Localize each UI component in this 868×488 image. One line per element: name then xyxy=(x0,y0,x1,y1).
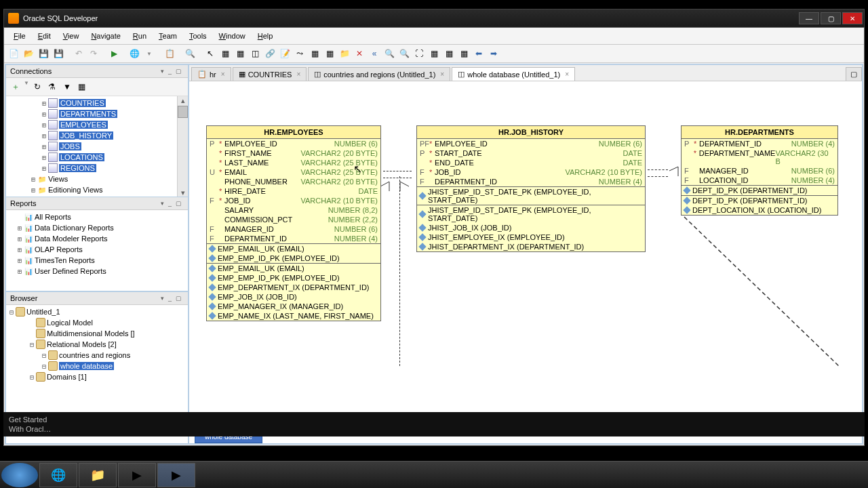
refresh-icon[interactable]: ↻ xyxy=(31,80,44,94)
domain-icon[interactable]: ▦ xyxy=(323,47,336,60)
er-table-employees[interactable]: HR.EMPLOYEESP*EMPLOYEE_IDNUMBER (6)*FIRS… xyxy=(206,125,381,321)
er-table-jobhistory[interactable]: HR.JOB_HISTORYPF*EMPLOYEE_IDNUMBER (6)P*… xyxy=(416,125,646,252)
forward-icon[interactable]: ➡ xyxy=(487,47,500,60)
er-index[interactable]: EMP_NAME_IX (LAST_NAME, FIRST_NAME) xyxy=(207,311,380,321)
browser-relational-models-2-[interactable]: ⊟Relational Models [2] xyxy=(6,339,188,350)
er-index[interactable]: JHIST_EMP_ID_ST_DATE_PK (EMPLOYEE_ID, ST… xyxy=(417,205,645,223)
er-constraint[interactable]: EMP_EMP_ID_PK (EMPLOYEE_ID) xyxy=(207,253,380,263)
er-index[interactable]: DEPT_LOCATION_IX (LOCATION_ID) xyxy=(682,205,837,215)
minimize-panel-icon[interactable]: _ xyxy=(166,295,174,302)
taskbar-sqldeveloper[interactable]: ▶ xyxy=(157,463,195,487)
er-column[interactable]: F*JOB_IDVARCHAR2 (10 BYTE) xyxy=(417,167,645,177)
browser-logical-model[interactable]: Logical Model xyxy=(6,317,188,328)
menu-help[interactable]: Help xyxy=(252,29,279,43)
er-column[interactable]: SALARYNUMBER (8,2) xyxy=(207,205,380,215)
tree-views[interactable]: ⊞📁Views xyxy=(6,174,177,184)
add-connection-icon[interactable]: ＋ xyxy=(9,80,22,94)
filter2-icon[interactable]: ▼ xyxy=(60,80,74,94)
undo-icon[interactable]: ↶ xyxy=(72,47,85,60)
er-column[interactable]: *LAST_NAMEVARCHAR2 (25 BYTE) xyxy=(207,158,380,167)
er-column[interactable]: FLOCATION_IDNUMBER (4) xyxy=(682,176,837,185)
er-index[interactable]: EMP_JOB_IX (JOB_ID) xyxy=(207,292,380,302)
er-column[interactable]: P*EMPLOYEE_IDNUMBER (6) xyxy=(207,139,380,148)
tab-whole-database-untitled_1-[interactable]: ◫whole database (Untitled_1)× xyxy=(452,67,575,81)
browser-countries-and-regions[interactable]: ⊟countries and regions xyxy=(6,350,188,361)
tree-table-jobs[interactable]: ⊞JOBS xyxy=(6,141,177,152)
report-user-defined-reports[interactable]: ⊞📊User Defined Reports xyxy=(6,266,188,277)
tab-countries[interactable]: ▦COUNTRIES× xyxy=(233,67,307,81)
er-constraint[interactable]: JHIST_EMP_ID_ST_DATE_PK (EMPLOYEE_ID, ST… xyxy=(417,187,645,205)
note-icon[interactable]: 📝 xyxy=(278,47,292,60)
connections-tree[interactable]: ⊞COUNTRIES⊞DEPARTMENTS⊞EMPLOYEES⊞JOB_HIS… xyxy=(6,96,177,197)
restore-panel-icon[interactable]: ▢ xyxy=(174,200,184,207)
nav-icon[interactable]: 🌐 xyxy=(127,47,141,60)
minimize-button[interactable]: — xyxy=(799,12,819,24)
view-icon[interactable]: ▦ xyxy=(233,47,247,60)
restore-panel-icon[interactable]: ▢ xyxy=(174,68,184,75)
taskbar-explorer[interactable]: 📁 xyxy=(79,463,117,487)
close-button[interactable]: ✕ xyxy=(842,12,863,24)
diagram-canvas[interactable]: HR.EMPLOYEESP*EMPLOYEE_IDNUMBER (6)*FIRS… xyxy=(189,81,862,443)
er-index[interactable]: EMP_DEPARTMENT_IX (DEPARTMENT_ID) xyxy=(207,283,380,292)
ddl-icon[interactable]: ▦ xyxy=(442,47,456,60)
pointer-icon[interactable]: ↖ xyxy=(203,47,217,60)
er-constraint[interactable]: DEPT_ID_PK (DEPARTMENT_ID) xyxy=(682,186,837,195)
er-column[interactable]: U*EMAILVARCHAR2 (25 BYTE) xyxy=(207,167,380,177)
menu-tools[interactable]: Tools xyxy=(184,29,212,43)
taskbar-media[interactable]: ▶ xyxy=(118,463,156,487)
report-timesten-reports[interactable]: ⊞📊TimesTen Reports xyxy=(6,255,188,266)
panel-menu-icon[interactable]: ▾ xyxy=(159,68,166,75)
sql-icon[interactable]: 📋 xyxy=(163,47,176,60)
split-icon[interactable]: ◫ xyxy=(248,47,262,60)
new-icon[interactable]: 📄 xyxy=(7,47,20,60)
taskbar[interactable]: 🌐 📁 ▶ ▶ xyxy=(0,461,868,488)
menu-view[interactable]: View xyxy=(58,29,85,43)
panel-menu-icon[interactable]: ▾ xyxy=(159,295,166,302)
er-column[interactable]: P*DEPARTMENT_IDNUMBER (4) xyxy=(682,139,837,148)
er-index[interactable]: JHIST_EMPLOYEE_IX (EMPLOYEE_ID) xyxy=(417,232,645,242)
chevron-down-icon[interactable]: ▼ xyxy=(142,47,156,60)
close-tab-icon[interactable]: × xyxy=(294,70,300,78)
table-icon[interactable]: ▦ xyxy=(218,47,232,60)
save-icon[interactable]: 💾 xyxy=(37,47,50,60)
browser-multidimensional-models-[interactable]: Multidimensional Models [] xyxy=(6,328,188,339)
er-column[interactable]: FMANAGER_IDNUMBER (6) xyxy=(682,166,837,176)
er-column[interactable]: P*START_DATEDATE xyxy=(417,148,645,158)
browser-whole-database[interactable]: ⊟whole database xyxy=(6,361,188,371)
menu-run[interactable]: Run xyxy=(127,29,152,43)
delete-icon[interactable]: ✕ xyxy=(353,47,366,60)
scrollbar[interactable]: ▴▾ xyxy=(177,96,188,197)
close-tab-icon[interactable]: × xyxy=(219,70,225,78)
zoom-out-icon[interactable]: 🔍 xyxy=(397,47,411,60)
report-olap-reports[interactable]: ⊞📊OLAP Reports xyxy=(6,244,188,255)
er-table-departments[interactable]: HR.DEPARTMENTSP*DEPARTMENT_IDNUMBER (4)*… xyxy=(681,125,838,216)
close-tab-icon[interactable]: × xyxy=(438,70,444,78)
er-column[interactable]: COMMISSION_PCTNUMBER (2,2) xyxy=(207,215,380,224)
back-icon[interactable]: ⬅ xyxy=(472,47,486,60)
save-all-icon[interactable]: 💾 xyxy=(52,47,65,60)
er-index[interactable]: JHIST_JOB_IX (JOB_ID) xyxy=(417,223,645,232)
er-index[interactable]: EMP_EMP_ID_PK (EMPLOYEE_ID) xyxy=(207,273,380,283)
report-data-dictionary-reports[interactable]: ⊞📊Data Dictionary Reports xyxy=(6,222,188,233)
menu-navigate[interactable]: Navigate xyxy=(85,29,125,43)
fk-icon[interactable]: 🔗 xyxy=(263,47,277,60)
new-folder-icon[interactable]: 📁 xyxy=(338,47,351,60)
tab-countries-and-regions-untitled_1-[interactable]: ◫countries and regions (Untitled_1)× xyxy=(308,67,450,81)
report-all-reports[interactable]: 📊All Reports xyxy=(6,211,188,222)
zoom-in-icon[interactable]: 🔍 xyxy=(382,47,396,60)
restore-panel-icon[interactable]: ▢ xyxy=(174,295,184,302)
report-icon[interactable]: ▦ xyxy=(457,47,471,60)
browser-domains-1-[interactable]: ⊟Domains [1] xyxy=(6,371,188,382)
panel-menu-icon[interactable]: ▾ xyxy=(159,200,166,207)
run-icon[interactable]: ▶ xyxy=(107,47,121,60)
browser-root[interactable]: ⊟Untitled_1 xyxy=(6,306,188,317)
tree-table-locations[interactable]: ⊞LOCATIONS xyxy=(6,152,177,163)
close-tab-icon[interactable]: × xyxy=(563,70,569,78)
maximize-button[interactable]: ▢ xyxy=(821,12,841,24)
er-column[interactable]: PHONE_NUMBERVARCHAR2 (20 BYTE) xyxy=(207,177,380,186)
search-icon[interactable]: 🔍 xyxy=(183,47,197,60)
report-data-modeler-reports[interactable]: ⊞📊Data Modeler Reports xyxy=(6,233,188,244)
er-column[interactable]: FDEPARTMENT_IDNUMBER (4) xyxy=(417,177,645,186)
er-column[interactable]: *FIRST_NAMEVARCHAR2 (20 BYTE) xyxy=(207,148,380,158)
er-column[interactable]: *HIRE_DATEDATE xyxy=(207,186,380,196)
